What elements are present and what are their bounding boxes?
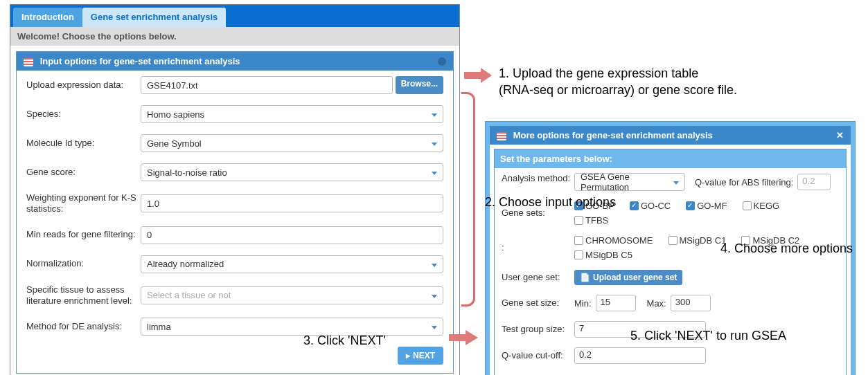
annotation-2: 2. Choose input options [485, 194, 616, 210]
welcome-text: Welcome! Choose the options below. [10, 27, 459, 46]
qfilter-label: Q-value for ABS filtering: [695, 177, 793, 188]
browse-button[interactable]: Browse... [396, 76, 443, 94]
input-box-title: Input options for gene-set enrichment an… [40, 56, 240, 66]
inner-header: Set the parameters below: [495, 149, 846, 168]
input-box-header: Input options for gene-set enrichment an… [17, 52, 453, 71]
max-label: Max: [647, 298, 666, 309]
weight-input[interactable]: 1.0 [141, 194, 443, 212]
minreads-label: Min reads for gene filtering: [26, 229, 141, 240]
tissue-label: Specific tissue to assess literature enr… [26, 284, 141, 307]
minreads-input[interactable]: 0 [141, 226, 443, 244]
bracket-decoration [461, 92, 475, 307]
annotation-1: 1. Upload the gene expression table (RNA… [499, 65, 737, 99]
more-options-header: More options for gene-set enrichment ana… [490, 126, 851, 145]
upload-icon: 📄 [580, 273, 590, 282]
checkbox-label: MSigDB C5 [585, 250, 632, 260]
qfilter-input[interactable]: 0.2 [797, 174, 831, 190]
annotation-4: 4. Choose more options [720, 240, 853, 257]
checkbox-label: GO-CC [641, 201, 671, 211]
next-button-left[interactable]: ▸NEXT [398, 347, 443, 365]
upload-user-geneset-button[interactable]: 📄Upload user gene set [574, 270, 682, 285]
checkbox-icon [574, 250, 583, 259]
checkbox-icon [668, 236, 677, 245]
checkbox-icon [574, 236, 583, 245]
close-x-icon[interactable]: ✕ [836, 130, 844, 140]
annotation-3: 3. Click 'NEXT' [303, 332, 386, 349]
de-method-label: Method for DE analysis: [26, 321, 141, 332]
qcut-input[interactable]: 0.2 [574, 347, 706, 364]
norm-label: Normalization: [26, 258, 141, 269]
score-select[interactable]: Signal-to-noise ratio [141, 163, 443, 181]
tab-introduction[interactable]: Introduction [13, 8, 82, 27]
analysis-select[interactable]: GSEA Gene Permutation [574, 173, 685, 191]
arrow-icon [464, 68, 492, 83]
molid-select[interactable]: Gene Symbol [141, 134, 443, 152]
more-options-title: More options for gene-set enrichment ana… [513, 130, 713, 140]
annotation-5: 5. Click 'NEXT' to run GSEA [630, 327, 786, 344]
user-geneset-label: User gene set: [502, 272, 574, 283]
analysis-label: Analysis method: [502, 173, 574, 184]
panel-icon [497, 132, 506, 140]
norm-select[interactable]: Already normalized [141, 255, 443, 273]
de-method-select[interactable]: limma [141, 318, 443, 336]
tab-gsea[interactable]: Gene set enrichment analysis [82, 8, 227, 27]
panel-icon [24, 58, 33, 66]
checkbox-icon [743, 201, 752, 210]
checkbox-icon [574, 216, 583, 225]
minimize-icon[interactable] [438, 57, 446, 66]
checkbox-label: KEGG [754, 201, 780, 211]
checkbox-label: MSigDB C1 [680, 235, 727, 246]
min-label: Min: [574, 298, 592, 309]
qcut-label: Q-value cut-off: [502, 350, 574, 361]
svg-marker-1 [449, 330, 478, 345]
weight-label: Weighting exponent for K-S statistics: [26, 192, 141, 215]
genesets-label2: : [502, 242, 574, 253]
svg-marker-0 [464, 68, 492, 83]
geneset-checkbox-kegg[interactable]: KEGG [743, 201, 780, 211]
checkbox-icon [630, 201, 639, 210]
geneset-checkbox-go-cc[interactable]: GO-CC [630, 201, 671, 211]
testgroup-label: Test group size: [502, 324, 574, 335]
geneset-checkbox-chromosome[interactable]: CHROMOSOME [574, 235, 653, 246]
tabbar: Introduction Gene set enrichment analysi… [10, 5, 459, 27]
inner-title: Set the parameters below: [500, 154, 612, 164]
chevron-right-icon: ▸ [406, 351, 410, 360]
geneset-size-label: Gene set size: [502, 298, 574, 309]
checkbox-icon [686, 201, 695, 210]
upload-input[interactable]: GSE4107.txt [141, 76, 393, 94]
min-input[interactable]: 15 [596, 295, 636, 311]
upload-label: Upload expression data: [26, 80, 141, 91]
geneset-checkbox-tfbs[interactable]: TFBS [574, 215, 608, 226]
geneset-checkbox-msigdb-c5[interactable]: MSigDB C5 [574, 250, 632, 260]
checkbox-label: TFBS [585, 215, 608, 226]
max-input[interactable]: 300 [671, 295, 711, 311]
tissue-select[interactable]: Select a tissue or not [141, 286, 443, 304]
input-options-panel: Introduction Gene set enrichment analysi… [10, 4, 460, 375]
molid-label: Molecule Id type: [26, 138, 141, 149]
score-label: Gene score: [26, 167, 141, 178]
checkbox-label: GO-MF [697, 201, 727, 211]
arrow-icon [449, 330, 478, 345]
geneset-checkbox-go-mf[interactable]: GO-MF [686, 201, 727, 211]
species-label: Species: [26, 109, 141, 120]
checkbox-label: CHROMOSOME [585, 235, 653, 246]
species-select[interactable]: Homo sapiens [141, 105, 443, 123]
geneset-checkbox-msigdb-c1[interactable]: MSigDB C1 [668, 235, 727, 246]
